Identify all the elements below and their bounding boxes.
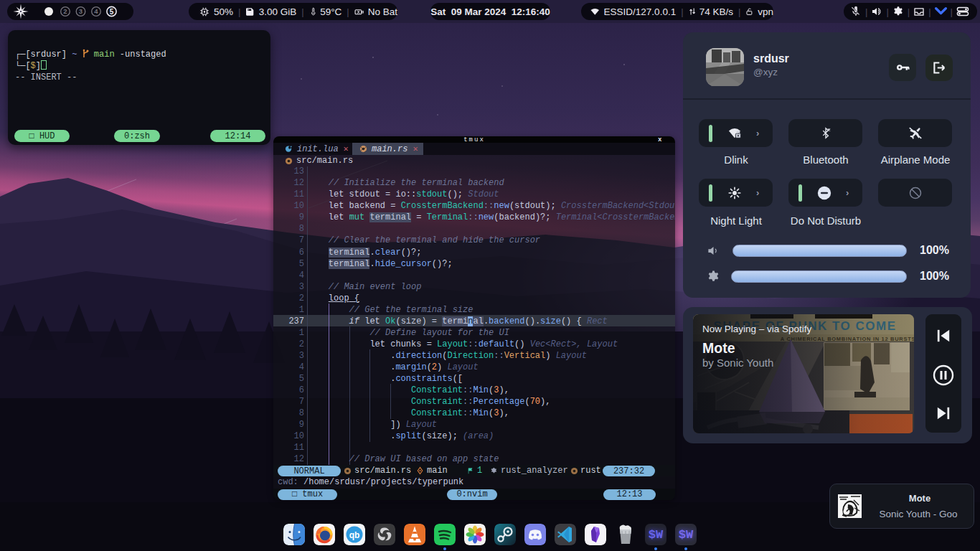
svg-text:qb: qb xyxy=(349,530,360,540)
svg-text:2: 2 xyxy=(63,7,67,15)
svg-text:3: 3 xyxy=(79,7,83,15)
svg-text:5: 5 xyxy=(110,8,114,16)
svg-text:4: 4 xyxy=(94,7,98,15)
